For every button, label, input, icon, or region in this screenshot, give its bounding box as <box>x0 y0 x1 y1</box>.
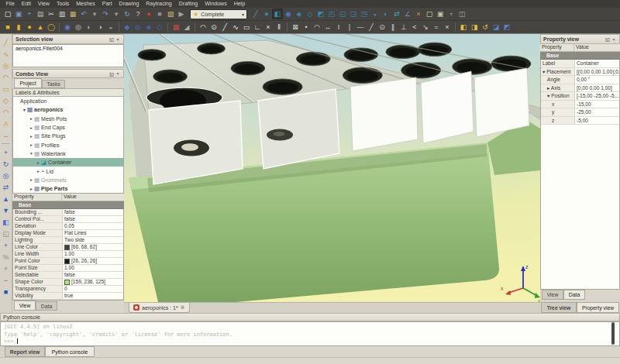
property-value[interactable]: [-15,00 -25,00 -5,... <box>575 92 619 100</box>
chevron-down-icon[interactable]: ▾ <box>29 151 34 156</box>
constraint-point-icon[interactable]: • <box>301 22 312 33</box>
end-cap-4[interactable] <box>421 71 474 143</box>
refresh-icon[interactable]: ↻ <box>122 9 133 19</box>
chevron-down-icon[interactable]: ▾ <box>22 108 27 112</box>
property-value[interactable]: [(0,00 0,00 1,00);0,... <box>575 68 619 76</box>
nav-ball-icon[interactable]: ● <box>261 9 272 19</box>
property-value[interactable]: Container <box>575 60 619 67</box>
shape-check-icon[interactable]: ◈ <box>143 22 154 33</box>
redo-icon[interactable]: ↷ <box>100 9 111 19</box>
dock-tab-python-console[interactable]: Python console <box>45 346 95 357</box>
property-row-placement[interactable]: ▾ Placement[(0,00 0,00 1,00);0,... <box>541 68 619 77</box>
stereo-view-icon[interactable]: ◧ <box>272 9 283 19</box>
python-console-area[interactable]: [GCC 4.4.5] on linux2Type 'help', 'copyr… <box>0 321 620 346</box>
tree-item-watertank[interactable]: ▾▦Watertank <box>13 149 123 158</box>
end-cap-5[interactable] <box>474 68 529 137</box>
constraint-equal-icon[interactable]: = <box>431 22 442 33</box>
draft-downgrade-tool-icon[interactable]: ▼ <box>1 205 11 215</box>
property-row-position[interactable]: ▾ Position[-15,00 -25,00 -5,... <box>541 92 619 101</box>
tab-view-right[interactable]: View <box>542 290 563 300</box>
constraint-line-icon[interactable]: | <box>344 22 355 33</box>
property-value[interactable]: [159, 236, 125] <box>63 279 123 285</box>
property-row-line-width[interactable]: Line Width1.00 <box>13 251 123 258</box>
end-cap-3[interactable] <box>350 77 418 151</box>
cut-icon[interactable]: ✂ <box>46 9 57 19</box>
sketch-icon[interactable]: ▦ <box>170 22 181 33</box>
draft-rectangle-tool-icon[interactable]: ▭ <box>1 84 11 94</box>
part-sphere-icon[interactable]: ● <box>24 22 35 33</box>
undo-more-icon[interactable]: ▾ <box>89 9 100 19</box>
property-value[interactable]: false <box>63 272 123 278</box>
chevron-right-icon[interactable]: ▸ <box>29 116 34 121</box>
view-rear-icon[interactable]: ◳ <box>359 9 370 19</box>
chamfer-icon[interactable]: ◩ <box>501 22 512 33</box>
boolean-section-icon[interactable]: ◑ <box>95 22 105 33</box>
pad-icon[interactable]: ◧ <box>458 22 469 33</box>
3d-viewport[interactable]: z y x <box>124 34 540 302</box>
draft-scale-tool-icon[interactable]: % <box>1 252 11 262</box>
tab-data[interactable]: Data <box>36 301 57 311</box>
macro-play-icon[interactable]: ▶ <box>176 9 187 19</box>
draft-circle-icon[interactable]: ⊙ <box>208 22 219 33</box>
draft-rectangle-icon[interactable]: ▭ <box>241 22 252 33</box>
property-value[interactable]: [26, 26, 26] <box>63 258 123 264</box>
property-row-y[interactable]: y-25,00 <box>541 108 619 117</box>
float-panel-icon[interactable]: ◱ <box>604 36 611 42</box>
tab-data-right[interactable]: Data <box>563 290 585 300</box>
measure-clear-icon[interactable]: × <box>413 9 424 19</box>
draft-angle-icon[interactable]: ∟ <box>252 22 263 33</box>
draft-shape2d-tool-icon[interactable]: ◱ <box>1 228 11 239</box>
view-axonometric-icon[interactable]: ◩ <box>315 9 326 19</box>
chevron-right-icon[interactable]: ▸ <box>36 169 41 173</box>
constraint-parallel-icon[interactable]: ∥ <box>388 22 398 33</box>
chevron-right-icon[interactable]: ▸ <box>29 143 34 147</box>
boolean-op-icon[interactable]: ◍ <box>133 22 143 33</box>
draft-edit-tool-icon[interactable]: ◧ <box>1 217 11 227</box>
dock-tab-report-view[interactable]: Report view <box>5 346 45 357</box>
menu-view[interactable]: View <box>34 0 53 8</box>
draft-bspline-tool-icon[interactable]: ◠ <box>1 107 11 117</box>
close-panel-icon[interactable]: × <box>115 71 121 76</box>
console-prompt-line[interactable]: >>> <box>4 338 616 346</box>
draft-upgrade-tool-icon[interactable]: ▲ <box>1 194 11 204</box>
copy-icon[interactable]: ▥ <box>57 9 67 19</box>
menu-part[interactable]: Part <box>98 0 115 8</box>
boolean-xor-icon[interactable]: ◒ <box>105 22 116 33</box>
property-row-display-mode[interactable]: Display ModeFlat Lines <box>13 230 123 237</box>
draft-trimex-tool-icon[interactable]: ⇄ <box>1 182 11 192</box>
tree-item-aeroponics[interactable]: ▾▤aeroponics <box>13 105 123 114</box>
property-row-x[interactable]: x-15,00 <box>541 101 619 109</box>
property-value[interactable]: 1.00 <box>63 265 123 271</box>
property-row-line-color[interactable]: Line Color[66, 68, 62] <box>13 244 123 251</box>
view-right-icon[interactable]: ◲ <box>348 9 359 19</box>
menu-meshes[interactable]: Meshes <box>73 0 99 8</box>
draft-offset-tool-icon[interactable]: ◎ <box>1 170 11 180</box>
property-row-transparency[interactable]: Transparency0 <box>13 286 123 293</box>
redo-more-icon[interactable]: ▾ <box>111 9 122 19</box>
measure-angle-icon[interactable]: ∠ <box>402 9 413 19</box>
boolean-union-icon[interactable]: ◉ <box>62 22 73 33</box>
draft-arc-icon[interactable]: ◠ <box>198 22 208 33</box>
undo-icon[interactable]: ↶ <box>78 9 89 19</box>
property-row-point-size[interactable]: Point Size1.00 <box>13 265 123 272</box>
constraint-horizontal-icon[interactable]: ↔ <box>322 22 333 33</box>
tree-item-application[interactable]: Application <box>13 97 123 105</box>
float-panel-icon[interactable]: ◱ <box>108 36 115 42</box>
property-row-visibility[interactable]: Visibilitytrue <box>13 293 123 300</box>
tree-item-grommets[interactable]: ▸▦Grommets <box>13 176 123 184</box>
property-value[interactable]: -15,00 <box>575 101 619 108</box>
property-value[interactable]: 1.00 <box>63 251 123 257</box>
measure-pen-icon[interactable]: ╱ <box>250 9 261 19</box>
view-top-icon[interactable]: ◱ <box>337 9 348 19</box>
chevron-right-icon[interactable]: ▸ <box>29 187 34 191</box>
dock-tab-tree-view[interactable]: Tree view <box>541 302 577 313</box>
tree-item-mesh-pots[interactable]: ▸▦Mesh Pots <box>13 115 123 123</box>
macro-record-icon[interactable]: ● <box>143 9 154 19</box>
constraint-angle-icon[interactable]: < <box>409 22 420 33</box>
property-row-angle[interactable]: Angle0,00 ° <box>541 76 619 84</box>
property-value[interactable]: true <box>63 293 123 299</box>
menu-drawing[interactable]: Drawing <box>115 0 143 8</box>
close-tab-icon[interactable]: ⊗ <box>181 304 185 311</box>
tree-item-end-caps[interactable]: ▸▦End Caps <box>13 123 123 132</box>
view-rotate-icon[interactable]: ◈ <box>294 9 305 19</box>
